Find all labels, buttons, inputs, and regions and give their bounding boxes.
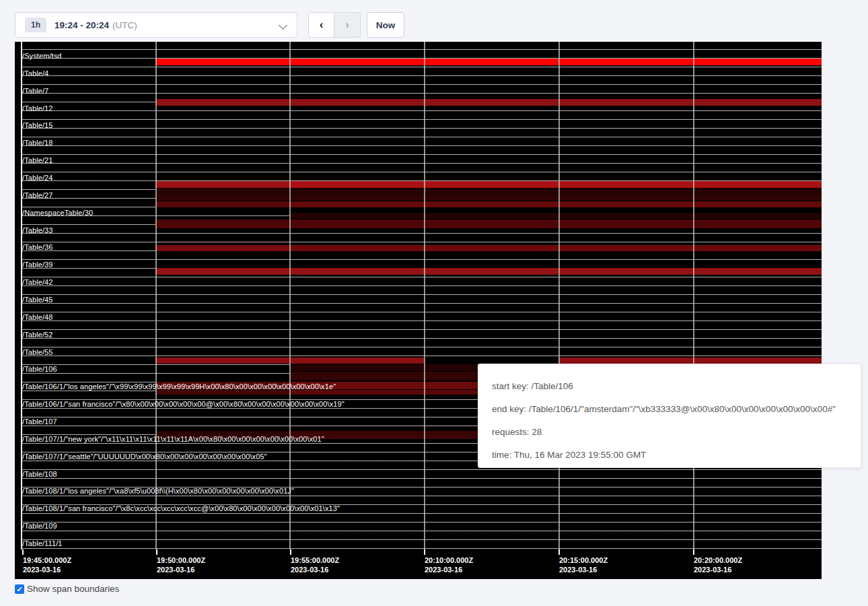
now-button[interactable]: Now — [367, 12, 404, 38]
axis-tick-label: 20:10:00.000Z2023-03-16 — [425, 556, 473, 574]
heatmap-cell[interactable] — [289, 372, 478, 380]
row-label: /Table/45 — [22, 296, 53, 304]
heatmap-cell[interactable] — [155, 220, 822, 228]
tooltip-start-key: start key: /Table/106 — [492, 378, 861, 394]
heatmap-cell[interactable] — [155, 99, 822, 106]
axis-tick-label: 19:55:00.000Z2023-03-16 — [291, 556, 339, 574]
time-bucket-line — [693, 40, 694, 549]
heatmap-cell[interactable] — [155, 195, 822, 201]
time-range-timezone: (UTC) — [112, 20, 137, 30]
axis-tick-label: 19:50:00.000Z2023-03-16 — [157, 556, 205, 574]
show-span-boundaries-label: Show span boundaries — [27, 584, 119, 594]
time-range-label: 19:24 - 20:24 — [55, 20, 109, 30]
row-label: /Table/52 — [22, 331, 53, 339]
row-label: /Table/55 — [22, 348, 53, 357]
heatmap-cell[interactable] — [155, 181, 289, 188]
axis-tick-label: 20:20:00.000Z2023-03-16 — [694, 556, 742, 574]
row-label: /Table/33 — [22, 226, 53, 235]
heatmap-cell[interactable] — [289, 213, 822, 219]
chevron-right-icon: › — [345, 18, 349, 32]
heatmap-cell[interactable] — [558, 358, 822, 364]
time-bucket-line — [558, 40, 560, 549]
prev-time-button[interactable]: ‹ — [308, 12, 334, 38]
row-label: /Table/15 — [22, 121, 53, 130]
row-label: /Table/7 — [22, 87, 48, 96]
row-label: /Table/24 — [22, 174, 53, 182]
span-tooltip: start key: /Table/106 end key: /Table/10… — [478, 364, 861, 468]
time-axis: 19:45:00.000Z2023-03-1619:50:00.000Z2023… — [15, 549, 822, 579]
axis-tick — [424, 549, 425, 555]
heatmap-cell[interactable] — [289, 364, 478, 371]
row-label: /Table/111/1 — [22, 539, 63, 548]
chevron-left-icon: ‹ — [320, 18, 324, 32]
footer: ✓ Show span boundaries — [15, 584, 119, 594]
heatmap-cell[interactable] — [155, 189, 822, 195]
row-label: /Table/27 — [22, 191, 53, 200]
row-label: /Table/107/1/"seattle"/"UUUUUUD\x00\x80\… — [22, 452, 267, 461]
time-nav-group: ‹ › — [308, 12, 361, 38]
row-label: /Table/106/1/"san francisco"/"\x80\x00\x… — [22, 400, 345, 409]
heatmap-cell[interactable] — [155, 268, 822, 275]
span-boundary-gridlines — [21, 40, 822, 549]
row-label: /Table/39 — [22, 261, 53, 269]
row-label: /Table/48 — [22, 313, 53, 322]
show-span-boundaries-checkbox[interactable]: ✓ — [15, 584, 24, 594]
row-label: /Table/12 — [22, 104, 53, 113]
time-bucket-line — [289, 40, 291, 549]
row-label: /Table/36 — [22, 243, 53, 252]
heatmap-cell[interactable] — [289, 245, 822, 251]
axis-tick — [156, 549, 157, 555]
tooltip-end-key: end key: /Table/106/1/"amsterdam"/"\xb33… — [492, 401, 861, 417]
row-label: /Table/106 — [22, 365, 57, 374]
key-visualizer-heatmap[interactable]: /System/tsd/Table/4/Table/7/Table/12/Tab… — [15, 40, 822, 579]
time-range-dropdown[interactable]: 1h 19:24 - 20:24 (UTC) — [15, 12, 297, 38]
axis-tick-label: 20:15:00.000Z2023-03-16 — [559, 556, 608, 574]
row-label: /Table/4 — [22, 69, 48, 78]
time-bucket-line — [155, 40, 157, 549]
heatmap-cell[interactable] — [155, 245, 289, 251]
row-label: /Table/21 — [22, 156, 53, 165]
chart-top-border — [15, 40, 822, 42]
row-label: /NamespaceTable/30 — [22, 209, 93, 217]
axis-tick-label: 19:45:00.000Z2023-03-16 — [23, 556, 71, 574]
row-label: /Table/18 — [22, 139, 53, 147]
row-label: /Table/108/1/"los angeles"/"\xa8\xf5\u00… — [22, 487, 294, 496]
row-label: /Table/108/1/"san francisco"/"\x8c\xcc\x… — [22, 504, 340, 513]
axis-tick — [22, 549, 24, 555]
duration-badge: 1h — [25, 18, 46, 32]
row-label: /Table/107/1/"new york"/"\x11\x11\x11\x1… — [22, 435, 324, 444]
time-bucket-line — [424, 40, 425, 549]
axis-tick — [558, 549, 560, 555]
row-label: /Table/107 — [22, 417, 57, 426]
heatmap-cell[interactable] — [289, 201, 822, 207]
key-visualizer-page: { "toolbar": { "duration_badge": "1h", "… — [0, 0, 868, 606]
tooltip-time: time: Thu, 16 Mar 2023 19:55:00 GMT — [492, 447, 861, 463]
heatmap-cell[interactable] — [289, 181, 822, 188]
heatmap-cell[interactable] — [155, 59, 822, 65]
row-label: /System/tsd — [22, 52, 62, 61]
axis-tick — [290, 549, 291, 555]
row-label: /Table/42 — [22, 278, 53, 287]
row-label: /Table/108 — [22, 470, 57, 479]
toolbar: 1h 19:24 - 20:24 (UTC) ‹ › Now — [0, 0, 868, 40]
heatmap-cell[interactable] — [155, 201, 289, 207]
tooltip-requests: requests: 28 — [492, 424, 861, 440]
row-label: /Table/109 — [22, 522, 57, 531]
next-time-button[interactable]: › — [334, 12, 361, 38]
chevron-down-icon — [279, 21, 287, 30]
axis-tick — [693, 549, 694, 555]
row-label: /Table/106/1/"los angeles"/"\x99\x99\x99… — [22, 382, 336, 391]
